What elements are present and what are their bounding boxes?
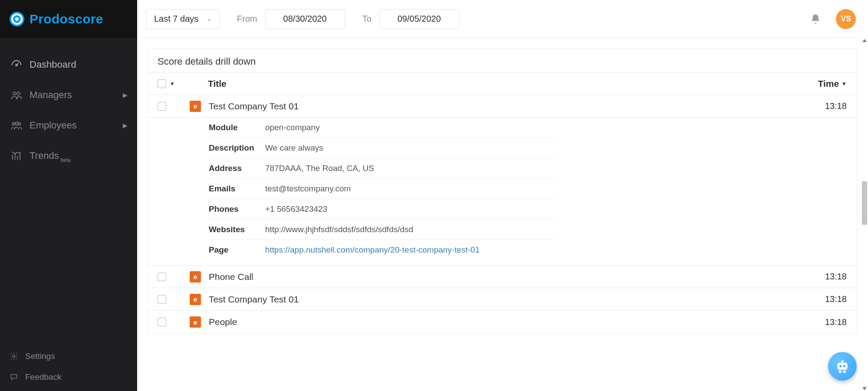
- scrollbar-thumb[interactable]: [862, 181, 867, 225]
- svg-rect-7: [837, 363, 847, 370]
- row-checkbox[interactable]: [158, 318, 166, 326]
- detail-row: Emailstest@testcompany.com: [209, 179, 556, 199]
- row-title: Test Company Test 01: [209, 294, 299, 305]
- select-all-checkbox[interactable]: [158, 79, 166, 88]
- select-all-dropdown[interactable]: ▼: [170, 81, 175, 87]
- date-range-select[interactable]: Last 7 days ⌄: [146, 9, 220, 29]
- source-icon: e: [190, 271, 201, 283]
- to-label: To: [362, 14, 372, 24]
- main: Last 7 days ⌄ From 08/30/2020 To 09/05/2…: [137, 0, 868, 391]
- detail-row: Address787DAAA, The Road, CA, US: [209, 158, 556, 179]
- beta-badge: beta: [61, 157, 71, 163]
- row-checkbox[interactable]: [158, 273, 166, 281]
- svg-point-4: [15, 122, 18, 125]
- row-checkbox[interactable]: [158, 295, 166, 304]
- svg-point-9: [843, 365, 845, 368]
- sidebar-item-dashboard[interactable]: Dashboard: [0, 49, 137, 80]
- column-time[interactable]: Time ▼: [799, 79, 847, 89]
- table-row[interactable]: e Test Company Test 01 13:18: [148, 95, 856, 118]
- gauge-icon: [10, 58, 23, 72]
- score-details-panel: Score details drill down ▼ Title Time ▼ …: [148, 49, 857, 334]
- sidebar-item-label: Settings: [25, 352, 55, 361]
- gear-icon: [7, 351, 21, 361]
- row-time: 13:18: [799, 317, 847, 327]
- chatbot-icon: [834, 358, 851, 375]
- chevron-right-icon: ▶: [123, 122, 128, 129]
- svg-point-3: [12, 123, 15, 125]
- sidebar-footer: Settings Feedback: [0, 346, 137, 391]
- table-header: ▼ Title Time ▼: [148, 72, 856, 95]
- team-icon: [10, 118, 23, 132]
- detail-row: Phones+1 56563423423: [209, 199, 556, 220]
- to-date-group: To 09/05/2020: [362, 9, 459, 29]
- content-area: Score details drill down ▼ Title Time ▼ …: [137, 38, 868, 391]
- svg-point-5: [18, 123, 21, 125]
- brand-mark-icon: [10, 12, 24, 26]
- sidebar-item-feedback[interactable]: Feedback: [0, 367, 137, 388]
- svg-rect-12: [839, 371, 842, 373]
- row-title: People: [209, 317, 237, 327]
- sidebar-item-label: Dashboard: [30, 59, 76, 70]
- svg-rect-13: [843, 371, 846, 373]
- primary-nav: Dashboard Managers ▶ Employees ▶ Trends …: [0, 38, 137, 346]
- feedback-icon: [7, 372, 21, 382]
- source-icon: e: [190, 294, 201, 305]
- users-icon: [10, 88, 23, 102]
- sidebar: Prodoscore Dashboard Managers ▶ Employee…: [0, 0, 137, 391]
- sidebar-item-settings[interactable]: Settings: [0, 346, 137, 367]
- from-date-input[interactable]: 08/30/2020: [265, 9, 345, 29]
- svg-point-1: [13, 92, 16, 95]
- topbar-right: VS: [810, 9, 856, 29]
- brand-name: Prodoscore: [30, 12, 103, 26]
- source-icon: e: [190, 316, 201, 328]
- source-icon: e: [190, 101, 201, 112]
- notifications-icon[interactable]: [810, 13, 821, 25]
- detail-row: Pagehttps://app.nutshell.com/company/20-…: [209, 240, 556, 260]
- chevron-right-icon: ▶: [123, 92, 128, 99]
- column-title[interactable]: Title: [184, 79, 799, 89]
- svg-point-8: [839, 365, 842, 368]
- row-time: 13:18: [799, 272, 847, 282]
- brand-logo[interactable]: Prodoscore: [0, 0, 137, 38]
- date-range-value: Last 7 days: [154, 14, 198, 24]
- table-row[interactable]: e Test Company Test 01 13:18: [148, 288, 856, 311]
- row-time: 13:18: [799, 294, 847, 304]
- svg-point-2: [17, 92, 20, 95]
- chevron-down-icon: ⌄: [207, 16, 211, 22]
- panel-title: Score details drill down: [148, 49, 856, 72]
- trends-icon: [10, 149, 23, 163]
- row-time: 13:18: [799, 101, 847, 111]
- to-date-input[interactable]: 09/05/2020: [379, 9, 459, 29]
- sidebar-item-employees[interactable]: Employees ▶: [0, 110, 137, 141]
- svg-point-6: [13, 355, 15, 358]
- detail-row: Moduleopen-company: [209, 118, 556, 138]
- scrollbar[interactable]: [861, 38, 868, 391]
- sidebar-item-label: Trends: [30, 150, 59, 161]
- sidebar-item-label: Managers: [30, 89, 72, 101]
- sidebar-item-label: Employees: [30, 120, 77, 131]
- row-checkbox[interactable]: [158, 102, 166, 111]
- from-date-group: From 08/30/2020: [237, 9, 345, 29]
- chat-widget[interactable]: [828, 352, 857, 381]
- row-title: Phone Call: [209, 272, 253, 282]
- sort-desc-icon: ▼: [842, 81, 847, 87]
- row-detail-panel: Moduleopen-company DescriptionWe care al…: [148, 118, 856, 266]
- sidebar-item-label: Feedback: [25, 372, 61, 382]
- user-avatar[interactable]: VS: [836, 9, 856, 29]
- page-link[interactable]: https://app.nutshell.com/company/20-test…: [265, 245, 480, 255]
- row-title: Test Company Test 01: [209, 101, 299, 112]
- table-row[interactable]: e People 13:18: [148, 311, 856, 333]
- topbar: Last 7 days ⌄ From 08/30/2020 To 09/05/2…: [137, 0, 868, 38]
- detail-row: DescriptionWe care always: [209, 138, 556, 158]
- svg-rect-11: [842, 361, 843, 363]
- from-label: From: [237, 14, 257, 24]
- detail-row: Websiteshttp://www.jhjhfsdf/sddsf/sdfds/…: [209, 220, 556, 240]
- sidebar-item-managers[interactable]: Managers ▶: [0, 80, 137, 110]
- table-row[interactable]: e Phone Call 13:18: [148, 266, 856, 288]
- sidebar-item-trends[interactable]: Trends beta: [0, 141, 137, 171]
